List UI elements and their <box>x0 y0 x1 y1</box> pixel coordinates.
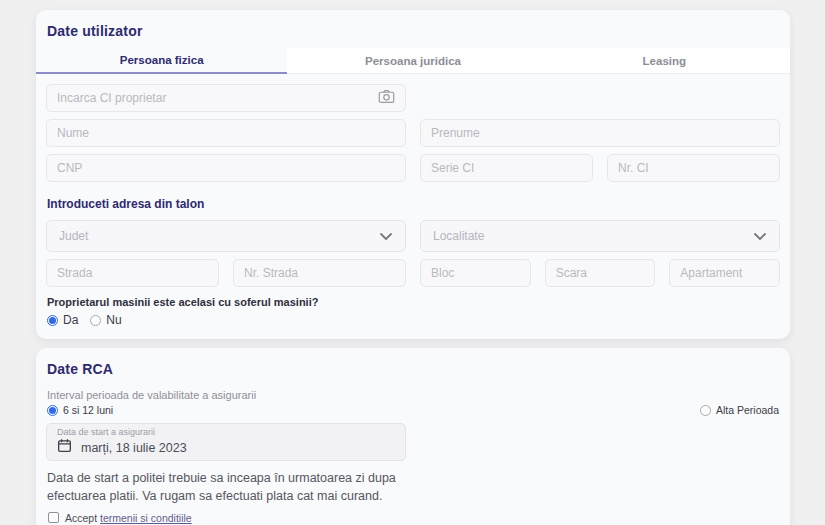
radio-label: Da <box>63 313 78 327</box>
nr-ci-input[interactable] <box>607 154 780 182</box>
radio-option-alta-perioada[interactable]: Alta Perioada <box>700 404 779 416</box>
localitate-select[interactable]: Localitate <box>420 220 780 252</box>
serie-ci-input[interactable] <box>420 154 593 182</box>
tab-label: Leasing <box>643 55 686 67</box>
radio-label: Nu <box>106 313 121 327</box>
judet-select[interactable]: Judet <box>46 220 406 252</box>
chevron-down-icon <box>753 227 767 245</box>
spacer <box>420 84 780 112</box>
upload-ci-placeholder: Incarca CI proprietar <box>57 91 378 105</box>
terms-prefix: Accept <box>65 512 100 524</box>
owner-question-options: Da Nu <box>47 313 779 327</box>
person-type-tabs: Persoana fizica Persoana juridica Leasin… <box>36 48 790 74</box>
nr-strada-input[interactable] <box>233 259 406 287</box>
judet-placeholder: Judet <box>59 229 379 243</box>
street-row <box>46 259 406 287</box>
tab-persoana-fizica[interactable]: Persoana fizica <box>36 48 287 74</box>
rca-card-title: Date RCA <box>36 348 790 386</box>
radio-icon <box>90 315 101 326</box>
ci-row <box>420 154 780 182</box>
address-heading: Introduceti adresa din talon <box>47 197 779 211</box>
user-data-card: Date utilizator Persoana fizica Persoana… <box>36 10 790 339</box>
strada-input[interactable] <box>46 259 219 287</box>
payment-note: Data de start a politei trebuie sa incea… <box>47 470 442 506</box>
nume-input[interactable] <box>46 119 406 147</box>
building-row <box>420 259 780 287</box>
terms-link[interactable]: termenii si conditiile <box>100 512 192 524</box>
radio-icon <box>700 405 711 416</box>
terms-text: Accept termenii si conditiile <box>65 512 192 524</box>
apartament-input[interactable] <box>669 259 780 287</box>
radio-option-6-12-luni[interactable]: 6 si 12 luni <box>47 404 113 416</box>
chevron-down-icon <box>379 227 393 245</box>
upload-ci-field[interactable]: Incarca CI proprietar <box>46 84 406 112</box>
radio-option-da[interactable]: Da <box>47 313 78 327</box>
tab-leasing[interactable]: Leasing <box>539 48 790 74</box>
start-date-value: marți, 18 iulie 2023 <box>81 441 187 455</box>
tab-persoana-juridica[interactable]: Persoana juridica <box>287 48 538 74</box>
terms-checkbox[interactable] <box>48 512 59 523</box>
user-card-content: Incarca CI proprietar <box>36 74 790 339</box>
owner-question-label: Proprietarul masinii este acelasi cu sof… <box>47 296 779 308</box>
radio-label: Alta Perioada <box>716 404 779 416</box>
start-date-label: Data de start a asigurarii <box>57 427 395 437</box>
radio-label: 6 si 12 luni <box>63 404 113 416</box>
calendar-icon <box>57 438 72 457</box>
rca-card-content: Interval perioada de valabilitate a asig… <box>36 389 790 525</box>
cnp-input[interactable] <box>46 154 406 182</box>
interval-label: Interval perioada de valabilitate a asig… <box>47 389 779 401</box>
scara-input[interactable] <box>545 259 656 287</box>
terms-row: Accept termenii si conditiile <box>48 512 779 524</box>
bloc-input[interactable] <box>420 259 531 287</box>
radio-icon <box>47 315 58 326</box>
start-date-field[interactable]: Data de start a asigurarii marți, 18 iul… <box>46 423 406 461</box>
interval-options: 6 si 12 luni Alta Perioada <box>47 404 779 416</box>
radio-option-nu[interactable]: Nu <box>90 313 121 327</box>
camera-icon <box>378 89 395 108</box>
user-card-title: Date utilizator <box>36 10 790 48</box>
tab-label: Persoana fizica <box>120 54 204 66</box>
rca-data-card: Date RCA Interval perioada de valabilita… <box>36 348 790 525</box>
localitate-placeholder: Localitate <box>433 229 753 243</box>
tab-label: Persoana juridica <box>365 55 461 67</box>
page: Date utilizator Persoana fizica Persoana… <box>0 0 825 525</box>
radio-icon <box>47 405 58 416</box>
prenume-input[interactable] <box>420 119 780 147</box>
